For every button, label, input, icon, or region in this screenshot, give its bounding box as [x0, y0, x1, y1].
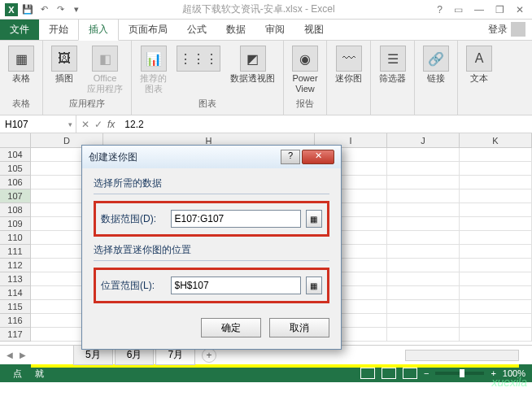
horizontal-scrollbar[interactable] [405, 350, 519, 361]
tables-button[interactable]: ▦表格 [5, 44, 37, 85]
qat-dropdown-icon[interactable]: ▾ [70, 3, 83, 16]
data-range-input[interactable] [171, 210, 301, 228]
filters-button[interactable]: ☰筛选器 [376, 44, 409, 85]
cell[interactable] [387, 314, 460, 328]
zoom-out-icon[interactable]: − [424, 368, 429, 378]
data-range-select-icon[interactable]: ▦ [306, 210, 322, 228]
cell[interactable] [387, 272, 460, 286]
sheet-nav-next-icon[interactable]: ▶ [20, 351, 26, 359]
tab-formulas[interactable]: 公式 [177, 20, 216, 40]
page-layout-view-icon[interactable] [382, 368, 396, 379]
cell[interactable] [460, 300, 532, 314]
illustrations-button[interactable]: 🖼插图 [48, 44, 81, 85]
row-header[interactable]: 108 [0, 203, 31, 217]
column-header[interactable]: J [387, 133, 460, 147]
dialog-help-button[interactable]: ? [281, 150, 300, 164]
cell[interactable] [460, 245, 532, 259]
cell[interactable] [387, 286, 460, 300]
row-header[interactable]: 109 [0, 217, 31, 231]
cell[interactable] [387, 217, 460, 231]
sheet-nav-prev-icon[interactable]: ◀ [7, 351, 13, 359]
tab-data[interactable]: 数据 [216, 20, 255, 40]
tab-insert[interactable]: 插入 [78, 19, 119, 41]
dialog-close-button[interactable]: ✕ [302, 150, 334, 164]
picture-icon: 🖼 [51, 46, 77, 72]
cell[interactable] [387, 203, 460, 217]
cell[interactable] [460, 314, 532, 328]
location-range-input[interactable] [171, 276, 301, 294]
tab-file[interactable]: 文件 [0, 20, 39, 40]
cell[interactable] [387, 245, 460, 259]
save-icon[interactable]: 💾 [21, 3, 34, 16]
login-link[interactable]: 登录 [482, 19, 532, 40]
ok-button[interactable]: 确定 [201, 318, 261, 337]
text-button[interactable]: A文本 [463, 44, 495, 85]
row-header[interactable]: 105 [0, 162, 31, 176]
cell[interactable] [387, 162, 460, 176]
tab-view[interactable]: 视图 [294, 20, 334, 40]
office-apps-button[interactable]: ◧Office 应用程序 [84, 44, 126, 96]
cancel-button[interactable]: 取消 [269, 318, 329, 337]
close-icon[interactable]: ✕ [516, 4, 524, 15]
row-header[interactable]: 112 [0, 259, 31, 272]
new-sheet-button[interactable]: + [202, 348, 216, 363]
formula-input[interactable]: 12.2 [120, 119, 532, 130]
ribbon-options-icon[interactable]: ▭ [454, 4, 463, 15]
help-icon[interactable]: ? [437, 4, 443, 15]
cell[interactable] [387, 300, 460, 314]
recommended-charts-button[interactable]: 📊推荐的 图表 [137, 44, 170, 96]
cell[interactable] [460, 176, 532, 189]
row-header[interactable]: 116 [0, 314, 31, 328]
hyperlink-button[interactable]: 🔗链接 [420, 44, 452, 85]
accept-formula-icon[interactable]: ✓ [94, 119, 102, 130]
window-controls: ? ▭ — ❐ ✕ [429, 4, 532, 15]
row-header[interactable]: 115 [0, 300, 31, 314]
cell[interactable] [460, 272, 532, 286]
cell[interactable] [460, 259, 532, 272]
cell[interactable] [460, 162, 532, 176]
cell[interactable] [387, 328, 460, 342]
powerview-button[interactable]: ◉Power View [289, 44, 321, 96]
row-header[interactable]: 114 [0, 286, 31, 300]
cell[interactable] [460, 203, 532, 217]
cancel-formula-icon[interactable]: ✕ [81, 119, 89, 130]
cell[interactable] [460, 217, 532, 231]
zoom-slider[interactable] [435, 372, 484, 375]
row-header[interactable]: 104 [0, 148, 31, 162]
tab-review[interactable]: 审阅 [255, 20, 294, 40]
cell[interactable] [460, 286, 532, 300]
cell[interactable] [387, 148, 460, 162]
row-header[interactable]: 117 [0, 328, 31, 342]
row-header[interactable]: 113 [0, 272, 31, 286]
chart-types[interactable]: ⋮⋮⋮ [173, 44, 224, 75]
minimize-icon[interactable]: — [474, 4, 484, 15]
normal-view-icon[interactable] [360, 368, 375, 379]
cell[interactable] [460, 189, 532, 203]
cell[interactable] [387, 189, 460, 203]
undo-icon[interactable]: ↶ [37, 3, 50, 16]
restore-icon[interactable]: ❐ [495, 4, 504, 15]
cell[interactable] [460, 231, 532, 245]
tab-layout[interactable]: 页面布局 [119, 20, 177, 40]
location-range-select-icon[interactable]: ▦ [306, 276, 322, 294]
tab-home[interactable]: 开始 [39, 20, 78, 40]
data-range-label: 数据范围(D): [101, 212, 166, 226]
row-header[interactable]: 110 [0, 231, 31, 245]
row-header[interactable]: 111 [0, 245, 31, 259]
page-break-view-icon[interactable] [403, 368, 417, 379]
pivot-chart-button[interactable]: ◩数据透视图 [227, 44, 278, 85]
row-header[interactable]: 106 [0, 176, 31, 189]
fx-icon[interactable]: fx [107, 119, 115, 130]
cell[interactable] [387, 176, 460, 189]
dialog-titlebar[interactable]: 创建迷你图 ? ✕ [82, 146, 341, 168]
column-header[interactable]: K [460, 133, 532, 147]
select-all-corner[interactable] [0, 133, 31, 147]
cell[interactable] [387, 231, 460, 245]
redo-icon[interactable]: ↷ [54, 3, 67, 16]
cell[interactable] [387, 259, 460, 272]
sparklines-button[interactable]: 〰迷你图 [332, 44, 365, 85]
cell[interactable] [460, 148, 532, 162]
cell[interactable] [460, 328, 532, 342]
row-header[interactable]: 107 [0, 189, 31, 203]
name-box[interactable]: H107 [0, 115, 76, 133]
